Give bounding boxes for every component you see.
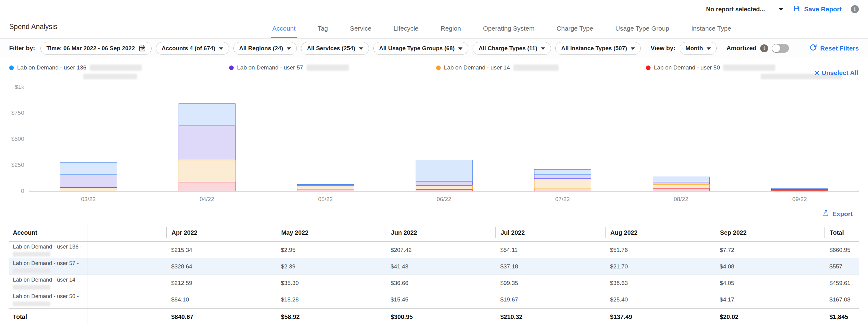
legend-item-lab-on-demand-user-57[interactable]: Lab on Demand - user 57 [229, 64, 348, 71]
bar-segment-lab-on-demand-user-50[interactable] [179, 182, 236, 191]
value-cell: $25.40 [605, 296, 715, 303]
filter-bar: Filter by: Time: 06 Mar 2022 - 06 Sep 20… [0, 39, 868, 58]
legend-item-label: Lab on Demand - user 50 [654, 64, 720, 71]
redacted-text [90, 65, 142, 71]
total-value-cell: $300.95 [385, 313, 495, 321]
value-cell: $4.05 [715, 280, 825, 287]
value-cell: $84.10 [166, 296, 276, 303]
info-icon[interactable]: i [851, 5, 859, 13]
x-tick-label: 07/22 [503, 196, 622, 203]
tab-tag[interactable]: Tag [316, 25, 329, 38]
legend-dot-icon [436, 66, 441, 70]
bar-segment-lab-on-demand-user-14[interactable] [653, 184, 710, 188]
save-report-button[interactable]: Save Report [793, 5, 842, 14]
x-axis: 03/2204/2205/2206/2207/2208/2209/22 [29, 196, 868, 203]
bar-segment-lab-on-demand-user-136[interactable] [60, 162, 117, 175]
bar-segment-lab-on-demand-user-50[interactable] [771, 190, 828, 191]
table-row: Lab on Demand - user 50 -$84.10$18.28$15… [9, 291, 859, 308]
filter-pill-all-usage-type-groups[interactable]: All Usage Type Groups (68) [373, 42, 469, 55]
header-sep-2022: Sep 2022 [715, 227, 825, 238]
legend-line: Lab on Demand - user 57 [229, 64, 348, 71]
filter-pill-accounts-4[interactable]: Accounts 4 (of 674) [156, 42, 229, 55]
tab-usage-type-group[interactable]: Usage Type Group [614, 25, 671, 38]
reset-filters-button[interactable]: Reset Filters [809, 43, 859, 53]
bar-segment-lab-on-demand-user-57[interactable] [415, 181, 473, 186]
y-axis: $1k$750$500$2500 [0, 87, 29, 192]
caret-down-icon [219, 47, 223, 50]
tab-operating-system[interactable]: Operating System [482, 25, 536, 38]
export-button[interactable]: Export [822, 209, 853, 218]
redacted-text [307, 65, 349, 71]
caret-down-icon [287, 47, 291, 50]
legend-item-lab-on-demand-user-50[interactable]: Lab on Demand - user 50 [646, 64, 842, 79]
legend-item-lab-on-demand-user-14[interactable]: Lab on Demand - user 14 [436, 64, 559, 71]
bar-segment-lab-on-demand-user-57[interactable] [179, 126, 236, 160]
stacked-bar-07-22[interactable] [534, 169, 591, 191]
filter-pill-all-instance-types[interactable]: All Instance Types (507) [555, 42, 641, 55]
tab-lifecycle[interactable]: Lifecycle [392, 25, 420, 38]
total-value-cell: $20.02 [715, 313, 825, 321]
table-row: Lab on Demand - user 57 -$328.64$2.39$41… [9, 258, 859, 275]
bar-segment-lab-on-demand-user-50[interactable] [534, 189, 591, 191]
bar-segment-lab-on-demand-user-50[interactable] [415, 190, 473, 191]
legend-item-label: Lab on Demand - user 14 [444, 64, 510, 71]
x-tick-label: 05/22 [266, 196, 385, 203]
filter-pill-time[interactable]: Time: 06 Mar 2022 - 06 Sep 2022 [40, 42, 151, 55]
legend-item-lab-on-demand-user-136[interactable]: Lab on Demand - user 136 [9, 64, 142, 79]
value-cell: $167.08 [825, 296, 859, 303]
x-axis-line [29, 191, 859, 192]
bar-segment-lab-on-demand-user-14[interactable] [179, 160, 236, 182]
view-by-dropdown[interactable]: Month [680, 42, 717, 55]
bar-segment-lab-on-demand-user-14[interactable] [534, 179, 591, 189]
amortized-toggle[interactable] [772, 44, 789, 53]
bar-segment-lab-on-demand-user-14[interactable] [415, 186, 473, 189]
tab-service[interactable]: Service [349, 25, 373, 38]
save-icon [793, 5, 800, 14]
bar-segment-lab-on-demand-user-14[interactable] [297, 186, 354, 189]
table-row: Lab on Demand - user 136 -$215.34$2.95$2… [9, 242, 859, 258]
header-total: Total [825, 227, 859, 238]
filter-pill-all-services[interactable]: All Services (254) [301, 42, 369, 55]
bar-segment-lab-on-demand-user-57[interactable] [653, 182, 710, 184]
bar-segment-lab-on-demand-user-50[interactable] [297, 189, 354, 191]
y-tick-label: $1k [15, 84, 24, 90]
tab-account[interactable]: Account [271, 25, 297, 38]
stacked-bar-08-22[interactable] [653, 176, 710, 191]
bar-segment-lab-on-demand-user-57[interactable] [534, 175, 591, 179]
tab-region[interactable]: Region [439, 25, 462, 38]
redacted-text [13, 268, 50, 273]
header-apr-2022: Apr 2022 [166, 227, 276, 238]
redacted-text [513, 65, 559, 71]
refresh-icon [809, 43, 817, 53]
tab-instance-type[interactable]: Instance Type [690, 25, 732, 38]
filter-pill-label: All Usage Type Groups (68) [379, 45, 455, 52]
value-cell: $2.95 [276, 247, 385, 254]
bar-segment-lab-on-demand-user-136[interactable] [179, 103, 236, 126]
amortized-info-icon[interactable]: i [760, 44, 768, 52]
filter-pill-label: All Charge Types (11) [478, 45, 537, 52]
stacked-bar-04-22[interactable] [179, 103, 236, 191]
filter-pill-all-charge-types[interactable]: All Charge Types (11) [473, 42, 551, 55]
stacked-bar-06-22[interactable] [415, 160, 473, 191]
stacked-bar-03-22[interactable] [60, 162, 117, 191]
filter-pill-all-regions[interactable]: All Regions (24) [234, 42, 297, 55]
bar-segment-lab-on-demand-user-50[interactable] [653, 188, 710, 191]
chevron-down-icon [778, 8, 784, 11]
amortized-label: Amortized [726, 45, 756, 52]
close-icon: × [814, 70, 819, 76]
legend-item-label: Lab on Demand - user 136 [17, 64, 86, 71]
redacted-text [13, 252, 50, 257]
report-selector-dropdown[interactable]: No report selected... [706, 6, 784, 13]
bar-segment-lab-on-demand-user-136[interactable] [653, 176, 710, 182]
account-cell: Lab on Demand - user 57 - [9, 258, 88, 274]
unselect-all-button[interactable]: × Unselect All [814, 69, 858, 76]
bar-segment-lab-on-demand-user-136[interactable] [415, 160, 473, 181]
value-cell: $207.42 [385, 247, 495, 254]
tab-charge-type[interactable]: Charge Type [555, 25, 594, 38]
stacked-bar-05-22[interactable] [297, 184, 354, 191]
plot-area [29, 87, 859, 192]
stacked-bar-09-22[interactable] [771, 188, 828, 191]
bar-segment-lab-on-demand-user-136[interactable] [534, 169, 591, 175]
bar-segment-lab-on-demand-user-57[interactable] [60, 175, 117, 187]
bar-segment-lab-on-demand-user-14[interactable] [60, 188, 117, 191]
